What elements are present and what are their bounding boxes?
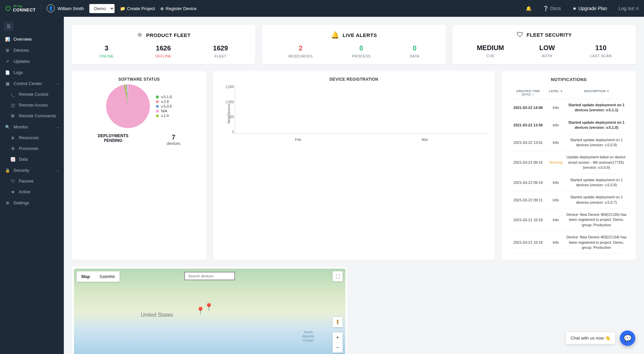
- avatar-icon: 👤: [47, 4, 55, 12]
- gear-icon: ⚙: [10, 146, 15, 151]
- sidebar-label: Remote Access: [19, 103, 48, 108]
- legend-item: v.5.1.0: [156, 95, 172, 99]
- map-card: United States NorthAtlanticOcean Map Sat…: [72, 267, 347, 354]
- x-ticks: FebMar: [235, 137, 488, 142]
- header-desc[interactable]: DESCRIPTION⇅: [565, 89, 628, 96]
- shield-icon: 🛡: [10, 179, 15, 184]
- notification-row[interactable]: 2021-03-22 09:14InfoStarted update deplo…: [508, 174, 629, 192]
- notification-row[interactable]: 2021-03-22 13:01InfoStarted update deplo…: [508, 134, 629, 152]
- external-icon: ↗: [5, 59, 10, 64]
- legend-dot: [156, 100, 159, 103]
- sidebar-item-active[interactable]: ★Active: [0, 187, 64, 197]
- notification-row[interactable]: 2021-03-22 14:06InfoStarted update deplo…: [508, 99, 629, 117]
- map-country-label: United States: [141, 312, 173, 318]
- sidebar-item-remote-access[interactable]: ◫Remote Access: [0, 100, 64, 111]
- sidebar-item-resources[interactable]: ≣Resources: [0, 132, 64, 143]
- sidebar-item-devices[interactable]: 🖥Devices: [0, 45, 64, 56]
- bell-alert-icon: 🔔: [331, 31, 339, 39]
- notification-row[interactable]: 2021-03-22 13:56InfoStarted update deplo…: [508, 117, 629, 134]
- sidebar-label: Passive: [19, 179, 34, 184]
- map-marker-icon[interactable]: 📍: [204, 303, 213, 312]
- map-search: [184, 272, 235, 280]
- notif-time: 2021-03-21 10:18: [510, 218, 547, 222]
- deploy-value: 7: [167, 133, 180, 141]
- notif-desc: Update deployment failed on device: smar…: [565, 155, 628, 170]
- stat-label: DATA: [410, 54, 420, 58]
- notif-level: Info: [547, 141, 565, 145]
- stat-label: CVE: [477, 54, 504, 58]
- notif-level: Info: [547, 218, 565, 222]
- search-icon: 🔍: [5, 125, 10, 129]
- sidebar-item-updates[interactable]: ↗Updates: [0, 56, 64, 67]
- sidebar-item-passive[interactable]: 🛡Passive: [0, 176, 64, 187]
- legend-label: v.5.1.0: [161, 95, 172, 99]
- sidebar-item-processes[interactable]: ⚙Processes: [0, 143, 64, 154]
- file-icon: 📄: [5, 70, 10, 75]
- chat-icon: 💬: [624, 334, 632, 342]
- notification-row[interactable]: 2021-03-22 09:15WarningUpdate deployment…: [508, 151, 629, 174]
- register-device-button[interactable]: ⊕ Register Device: [160, 6, 197, 11]
- notif-level: Info: [547, 240, 565, 244]
- sidebar-item-settings[interactable]: ⚙Settings: [0, 197, 64, 208]
- notif-time: 2021-03-21 10:18: [510, 240, 547, 244]
- desktop-icon: 🖥: [5, 48, 10, 53]
- fleet-total-value: 1629: [213, 44, 228, 52]
- settings-icon: ⚙: [5, 201, 10, 205]
- line-icon: 📈: [10, 157, 15, 162]
- sidebar-item-logs[interactable]: 📄Logs: [0, 67, 64, 78]
- stat-label: ONLINE: [99, 54, 114, 58]
- map-tab-satellite[interactable]: Satellite: [95, 271, 120, 282]
- alerts-data-value: 0: [410, 44, 420, 52]
- zoom-out-button[interactable]: −: [333, 343, 343, 353]
- window-icon: ◫: [10, 103, 15, 108]
- project-select[interactable]: Demo: [89, 4, 115, 13]
- header-time[interactable]: CREATED TIME (UTC)▼: [510, 89, 547, 96]
- notification-row[interactable]: 2021-03-21 10:18InfoDevice: New Device 4…: [508, 231, 629, 254]
- notification-row[interactable]: 2021-03-22 09:11InfoStarted update deplo…: [508, 191, 629, 209]
- sidebar-item-monitor[interactable]: 🔍Monitor⌄: [0, 121, 64, 132]
- stat-label: RESOURCES: [289, 54, 313, 58]
- notif-desc: Started update deployment on 1 devices (…: [565, 195, 628, 205]
- notification-row[interactable]: 2021-03-21 10:18InfoDevice: New Device 4…: [508, 209, 629, 231]
- notif-desc: Device: New Device 403(21134) has been r…: [565, 235, 628, 250]
- streetview-button[interactable]: 🧍: [333, 317, 343, 327]
- chevron-down-icon: ▼: [531, 93, 534, 96]
- brand-logo[interactable]: ⬡ JFrog CONNECT: [5, 5, 36, 12]
- product-fleet-card: ⚛ PRODUCT FLEET 3ONLINE 1626OFFLINE 1629…: [72, 25, 255, 64]
- sidebar-item-security[interactable]: 🔒Security⌄: [0, 165, 64, 176]
- notif-time: 2021-03-22 09:15: [510, 160, 547, 164]
- notif-desc: Started update deployment on 1 devices (…: [565, 137, 628, 148]
- bell-icon[interactable]: 🔔: [526, 6, 531, 11]
- sidebar-label: Processes: [19, 146, 38, 151]
- fullscreen-button[interactable]: ⛶: [333, 271, 343, 281]
- sidebar-item-overview[interactable]: 📊Overview: [0, 34, 64, 45]
- logout-link[interactable]: Log out ⎋: [618, 6, 639, 11]
- notif-time: 2021-03-22 09:14: [510, 181, 547, 185]
- chat-prompt[interactable]: Chat with us now 👋: [566, 332, 615, 344]
- sidebar-label: Devices: [13, 48, 29, 53]
- zoom-in-button[interactable]: +: [333, 332, 343, 343]
- cmd-icon: ⌘: [10, 114, 15, 118]
- header-level[interactable]: LEVEL⇅: [547, 89, 565, 96]
- user-badge[interactable]: 👤 William Smith: [47, 4, 84, 12]
- fleet-online-value: 3: [99, 44, 114, 52]
- upgrade-plan-link[interactable]: ★Upgrade Plan: [572, 6, 607, 11]
- sidebar-item-control-center[interactable]: ▦Control Center⌄: [0, 78, 64, 89]
- legend-dot: [156, 105, 159, 108]
- search-devices-input[interactable]: [184, 272, 235, 280]
- map-tab-map[interactable]: Map: [77, 271, 95, 282]
- alerts-process-value: 0: [352, 44, 371, 52]
- device-registration-card: DEVICE REGISTRATION New Devices 1,5001,0…: [213, 71, 495, 260]
- card-title: LIVE ALERTS: [343, 32, 377, 38]
- notif-level: Info: [547, 181, 565, 185]
- sidebar-item-data[interactable]: 📈Data: [0, 154, 64, 165]
- map-marker-icon[interactable]: 📍: [196, 307, 205, 315]
- divider: [41, 4, 41, 12]
- create-project-button[interactable]: 📁 Create Project: [120, 6, 155, 11]
- notif-level: Info: [547, 106, 565, 110]
- chat-button[interactable]: 💬: [620, 330, 635, 346]
- sidebar-item-remote-control[interactable]: ›_Remote Control: [0, 89, 64, 100]
- sidebar-item-remote-commands[interactable]: ⌘Remote Commands: [0, 111, 64, 121]
- docs-link[interactable]: ❔Docs: [543, 6, 561, 11]
- sidebar-toggle-button[interactable]: ☰: [4, 22, 13, 31]
